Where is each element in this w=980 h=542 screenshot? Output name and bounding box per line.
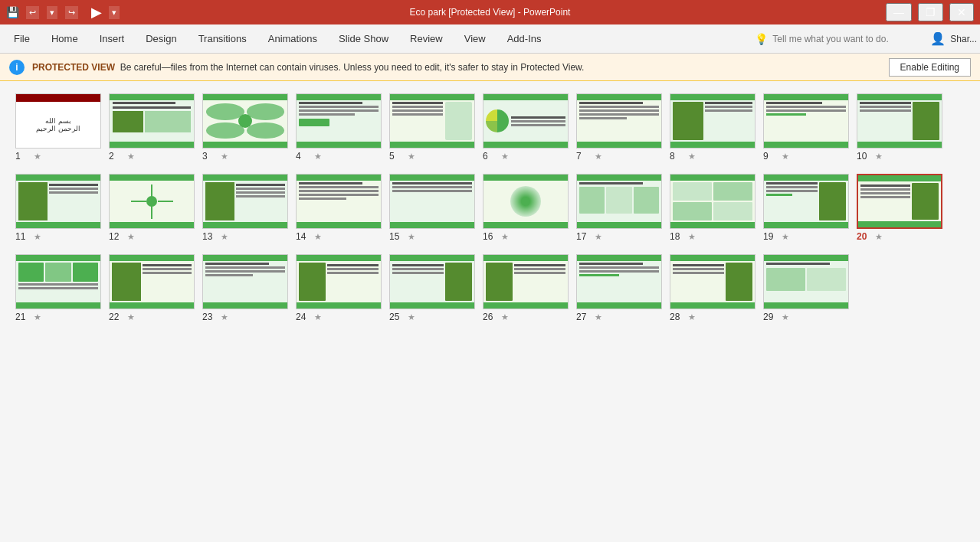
slide-item-2[interactable]: 2 ★ bbox=[109, 93, 195, 162]
slide-thumb-11[interactable] bbox=[15, 174, 101, 229]
tab-home[interactable]: Home bbox=[41, 24, 89, 54]
undo-button[interactable]: ↩ bbox=[26, 6, 39, 19]
slide-thumb-19[interactable] bbox=[763, 174, 849, 229]
slide-item-26[interactable]: 26 ★ bbox=[483, 254, 569, 322]
close-button[interactable]: ✕ bbox=[949, 3, 974, 21]
slide-thumb-22[interactable] bbox=[109, 254, 195, 309]
slide-item-9[interactable]: 9 ★ bbox=[763, 93, 849, 162]
slide-thumb-20[interactable] bbox=[857, 174, 942, 229]
tab-view[interactable]: View bbox=[454, 24, 497, 54]
slide-thumb-26[interactable] bbox=[483, 254, 569, 309]
slide-thumb-14[interactable] bbox=[296, 174, 382, 229]
slide-item-6[interactable]: 6 ★ bbox=[483, 93, 569, 162]
slide-star-16[interactable]: ★ bbox=[501, 232, 509, 242]
customize-qat[interactable]: ▾ bbox=[109, 6, 120, 19]
slide-item-8[interactable]: 8 ★ bbox=[670, 93, 755, 162]
slide-item-29[interactable]: 29 ★ bbox=[763, 254, 849, 322]
slide-item-16[interactable]: 16 ★ bbox=[483, 174, 569, 242]
slide-item-21[interactable]: 21 ★ bbox=[15, 254, 101, 322]
slide-thumb-7[interactable] bbox=[576, 93, 662, 149]
slide-thumb-16[interactable] bbox=[483, 174, 569, 229]
slide-thumb-8[interactable] bbox=[670, 93, 755, 149]
slide-star-11[interactable]: ★ bbox=[34, 232, 41, 242]
slide-star-1[interactable]: ★ bbox=[34, 152, 41, 162]
present-icon[interactable]: ▶ bbox=[91, 4, 102, 21]
enable-editing-button[interactable]: Enable Editing bbox=[889, 58, 971, 77]
save-icon[interactable]: 💾 bbox=[6, 6, 19, 18]
slide-star-22[interactable]: ★ bbox=[127, 312, 135, 322]
slide-item-5[interactable]: 5 ★ bbox=[389, 93, 475, 162]
slide-thumb-2[interactable] bbox=[109, 93, 195, 149]
tab-insert[interactable]: Insert bbox=[89, 24, 136, 54]
restore-button[interactable]: ❐ bbox=[918, 3, 943, 21]
slide-thumb-5[interactable] bbox=[389, 93, 475, 149]
slide-star-29[interactable]: ★ bbox=[782, 312, 789, 322]
slide-thumb-17[interactable] bbox=[576, 174, 662, 229]
slide-item-12[interactable]: 12 ★ bbox=[109, 174, 195, 242]
slide-star-3[interactable]: ★ bbox=[221, 152, 228, 162]
slide-item-7[interactable]: 7 ★ bbox=[576, 93, 662, 162]
slide-thumb-9[interactable] bbox=[763, 93, 849, 149]
slide-star-19[interactable]: ★ bbox=[782, 232, 789, 242]
slide-item-11[interactable]: 11 ★ bbox=[15, 174, 101, 242]
slide-star-17[interactable]: ★ bbox=[595, 232, 602, 242]
slide-thumb-18[interactable] bbox=[670, 174, 755, 229]
slide-item-13[interactable]: 13 ★ bbox=[202, 174, 288, 242]
tab-animations[interactable]: Animations bbox=[257, 24, 328, 54]
slide-star-13[interactable]: ★ bbox=[221, 232, 228, 242]
slide-star-23[interactable]: ★ bbox=[221, 312, 228, 322]
slide-thumb-6[interactable] bbox=[483, 93, 569, 149]
slide-item-17[interactable]: 17 ★ bbox=[576, 174, 662, 242]
slide-star-5[interactable]: ★ bbox=[408, 152, 415, 162]
tab-review[interactable]: Review bbox=[399, 24, 454, 54]
minimize-button[interactable]: — bbox=[886, 3, 912, 21]
slide-star-25[interactable]: ★ bbox=[408, 312, 415, 322]
slide-item-25[interactable]: 25 ★ bbox=[389, 254, 475, 322]
tab-transitions[interactable]: Transitions bbox=[188, 24, 257, 54]
slide-thumb-10[interactable] bbox=[857, 93, 942, 149]
undo-arrow[interactable]: ▾ bbox=[47, 6, 57, 19]
slide-item-19[interactable]: 19 ★ bbox=[763, 174, 849, 242]
slide-star-4[interactable]: ★ bbox=[314, 152, 322, 162]
tab-file[interactable]: File bbox=[3, 24, 41, 54]
slide-thumb-21[interactable] bbox=[15, 254, 101, 309]
slide-star-18[interactable]: ★ bbox=[688, 232, 696, 242]
tab-addins[interactable]: Add-Ins bbox=[497, 24, 552, 54]
slide-item-24[interactable]: 24 ★ bbox=[296, 254, 382, 322]
slide-star-12[interactable]: ★ bbox=[127, 232, 135, 242]
slide-item-27[interactable]: 27 ★ bbox=[576, 254, 662, 322]
slide-star-21[interactable]: ★ bbox=[34, 312, 41, 322]
slide-item-22[interactable]: 22 ★ bbox=[109, 254, 195, 322]
slide-item-3[interactable]: 3 ★ bbox=[202, 93, 288, 162]
slide-thumb-28[interactable] bbox=[670, 254, 755, 309]
slide-star-20[interactable]: ★ bbox=[875, 232, 883, 242]
slide-item-4[interactable]: 4 ★ bbox=[296, 93, 382, 162]
slide-star-7[interactable]: ★ bbox=[595, 152, 602, 162]
slide-star-28[interactable]: ★ bbox=[688, 312, 696, 322]
slide-star-27[interactable]: ★ bbox=[595, 312, 602, 322]
slide-thumb-25[interactable] bbox=[389, 254, 475, 309]
slide-thumb-1[interactable]: بسم اللهالرحمن الرحيم bbox=[15, 93, 101, 149]
slide-star-24[interactable]: ★ bbox=[314, 312, 322, 322]
slide-item-10[interactable]: 10 ★ bbox=[857, 93, 942, 162]
slide-item-28[interactable]: 28 ★ bbox=[670, 254, 755, 322]
slide-thumb-27[interactable] bbox=[576, 254, 662, 309]
slide-star-2[interactable]: ★ bbox=[127, 152, 135, 162]
slide-thumb-24[interactable] bbox=[296, 254, 382, 309]
slide-star-10[interactable]: ★ bbox=[875, 152, 883, 162]
slide-thumb-29[interactable] bbox=[763, 254, 849, 309]
tab-design[interactable]: Design bbox=[135, 24, 187, 54]
tab-slideshow[interactable]: Slide Show bbox=[328, 24, 399, 54]
slide-star-14[interactable]: ★ bbox=[314, 232, 322, 242]
slide-item-20[interactable]: 20 ★ bbox=[857, 174, 942, 242]
slide-item-18[interactable]: 18 ★ bbox=[670, 174, 755, 242]
redo-button[interactable]: ↪ bbox=[65, 6, 78, 19]
share-label[interactable]: Shar... bbox=[950, 34, 977, 44]
slide-item-14[interactable]: 14 ★ bbox=[296, 174, 382, 242]
slide-thumb-12[interactable] bbox=[109, 174, 195, 229]
slide-thumb-4[interactable] bbox=[296, 93, 382, 149]
slide-star-9[interactable]: ★ bbox=[782, 152, 789, 162]
slide-thumb-3[interactable] bbox=[202, 93, 288, 149]
slide-item-15[interactable]: 15 ★ bbox=[389, 174, 475, 242]
slide-star-8[interactable]: ★ bbox=[688, 152, 696, 162]
